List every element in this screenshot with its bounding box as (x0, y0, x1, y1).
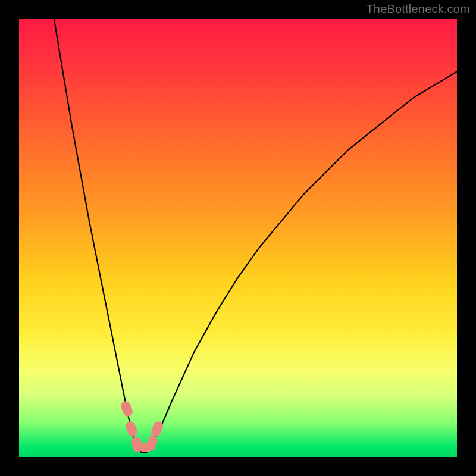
bottleneck-curve-svg (19, 19, 457, 457)
svg-rect-0 (120, 400, 134, 418)
svg-rect-1 (124, 420, 139, 438)
watermark-text: TheBottleneck.com (366, 2, 470, 16)
chart-frame: TheBottleneck.com (0, 0, 476, 476)
sweet-spot-markers (120, 400, 165, 453)
bottleneck-curve-path (54, 19, 457, 453)
plot-area (19, 19, 457, 457)
